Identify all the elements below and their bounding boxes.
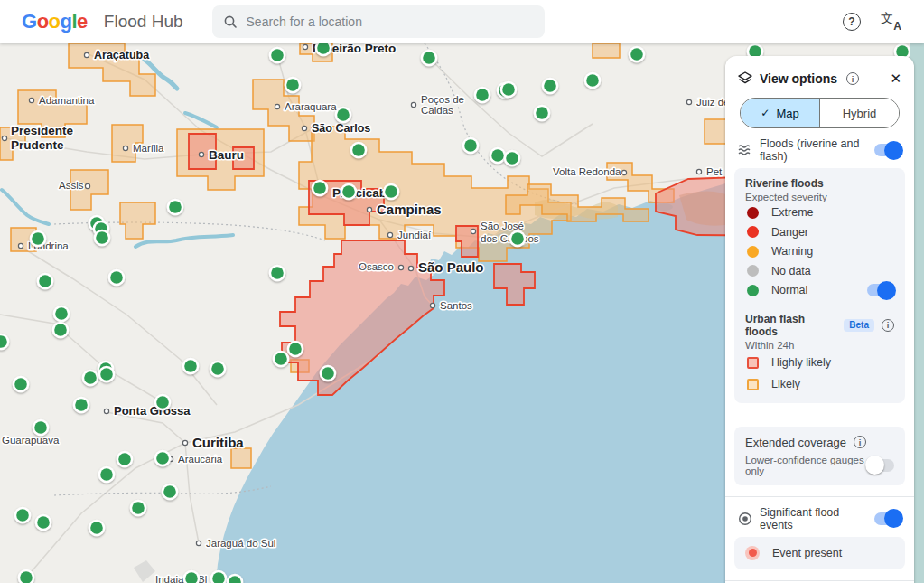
gauge-dot[interactable]: [500, 81, 518, 99]
divider: [725, 580, 914, 581]
gauge-dot[interactable]: [94, 230, 111, 247]
gauge-dot[interactable]: [108, 269, 126, 287]
gauge-dot[interactable]: [509, 230, 527, 248]
gauge-dot[interactable]: [335, 107, 352, 124]
gauge-dot[interactable]: [52, 322, 70, 339]
floods-toggle[interactable]: [874, 144, 901, 156]
view-options-panel: View options i ✕ ✓ Map Hybrid Floods (ri…: [725, 56, 914, 583]
gauge-dot[interactable]: [53, 306, 70, 323]
city-marker: [621, 170, 626, 174]
tab-map[interactable]: ✓ Map: [741, 99, 819, 127]
gauge-dot[interactable]: [37, 273, 54, 290]
urban-info-icon[interactable]: i: [882, 319, 894, 332]
legend-row-highly-likely: Highly likely: [745, 353, 894, 372]
gauge-dot[interactable]: [383, 183, 400, 201]
gauge-dot[interactable]: [98, 366, 116, 383]
city-label: Jundiaí: [397, 230, 432, 240]
gauge-dot[interactable]: [89, 520, 106, 537]
city-label: Caldas: [421, 105, 453, 116]
gauge-dot[interactable]: [629, 46, 646, 63]
gauge-dot[interactable]: [534, 105, 551, 122]
gauge-dot[interactable]: [273, 351, 290, 368]
riverine-title: Riverine floods: [745, 177, 894, 190]
gauge-dot[interactable]: [35, 514, 52, 531]
help-icon[interactable]: ?: [843, 13, 861, 31]
legend-row-extreme: Extreme: [745, 203, 894, 222]
search-input[interactable]: [247, 14, 534, 29]
city-label: Araçatuba: [94, 49, 150, 61]
gauge-dot[interactable]: [98, 466, 116, 484]
gauge-dot[interactable]: [73, 397, 90, 414]
city-marker: [387, 232, 392, 237]
gauge-dot[interactable]: [542, 78, 559, 95]
highly-likely-swatch: [747, 357, 759, 369]
gauge-dot[interactable]: [287, 341, 304, 358]
gauge-dot[interactable]: [490, 147, 507, 165]
city-marker: [302, 126, 306, 130]
city-label: Campinas: [377, 202, 442, 217]
city-label: Pet: [706, 166, 723, 177]
gauge-dot[interactable]: [584, 72, 602, 89]
city-marker: [196, 541, 201, 545]
flood-events-toggle[interactable]: [874, 512, 901, 525]
city-marker: [18, 243, 23, 248]
gauge-dot[interactable]: [30, 230, 47, 248]
gauge-dot[interactable]: [269, 265, 286, 282]
gauge-dot[interactable]: [154, 394, 172, 411]
gauge-dot[interactable]: [182, 358, 200, 375]
waves-icon: [738, 143, 752, 157]
gauge-dot[interactable]: [154, 450, 172, 467]
gauge-dot[interactable]: [474, 87, 491, 104]
gauge-dot[interactable]: [210, 361, 227, 378]
translate-icon[interactable]: 文 A: [881, 13, 901, 31]
city-marker: [123, 146, 127, 150]
city-label: Osasco: [359, 261, 394, 272]
divider: [725, 496, 914, 497]
normal-gauges-toggle[interactable]: [867, 284, 894, 296]
gauge-dot[interactable]: [504, 150, 521, 167]
gauge-dot[interactable]: [33, 419, 50, 437]
city-label: São José: [481, 221, 524, 231]
city-label: Juiz de: [696, 97, 729, 108]
city-label: Presidente: [11, 124, 74, 137]
gauge-dot[interactable]: [285, 77, 302, 94]
google-logo: Google: [22, 10, 88, 33]
gauge-dot[interactable]: [320, 365, 337, 382]
gauge-dot[interactable]: [14, 507, 32, 524]
city-marker: [303, 44, 307, 49]
extended-info-icon[interactable]: i: [854, 436, 866, 448]
city-marker: [199, 152, 203, 156]
gauge-dot[interactable]: [162, 484, 179, 501]
urban-subtitle: Within 24h: [745, 340, 894, 351]
warning-dot: [747, 246, 759, 258]
gauge-dot[interactable]: [117, 451, 134, 468]
gauge-dot[interactable]: [13, 376, 30, 393]
tab-hybrid[interactable]: Hybrid: [819, 99, 899, 127]
gauge-dot[interactable]: [130, 500, 147, 517]
gauge-dot[interactable]: [421, 50, 438, 67]
close-icon[interactable]: ✕: [890, 71, 901, 87]
extended-coverage-title: Extended coverage: [745, 436, 846, 449]
gauge-dot[interactable]: [167, 199, 184, 216]
urban-flash-title: Urban flash floods: [745, 313, 838, 338]
extended-coverage-toggle[interactable]: [867, 459, 894, 472]
city-label: Guarapuava: [2, 435, 60, 446]
city-marker: [367, 207, 371, 212]
gauge-dot[interactable]: [350, 142, 368, 159]
city-marker: [430, 303, 434, 307]
app-title: Flood Hub: [104, 12, 183, 32]
gauge-dot[interactable]: [269, 47, 286, 64]
city-label: Araucária: [178, 454, 223, 465]
gauge-dot[interactable]: [341, 183, 358, 201]
city-marker: [182, 440, 187, 445]
gauge-dot[interactable]: [312, 180, 329, 197]
gauge-dot[interactable]: [462, 137, 480, 155]
city-marker: [696, 169, 701, 174]
city-label: Adamantina: [39, 95, 95, 106]
map-type-switcher: ✓ Map Hybrid: [740, 98, 900, 128]
info-icon[interactable]: i: [846, 72, 859, 85]
city-label: Poços de: [421, 94, 464, 105]
search-box[interactable]: [212, 5, 545, 38]
gauge-dot[interactable]: [82, 370, 99, 387]
check-icon: ✓: [761, 107, 770, 119]
